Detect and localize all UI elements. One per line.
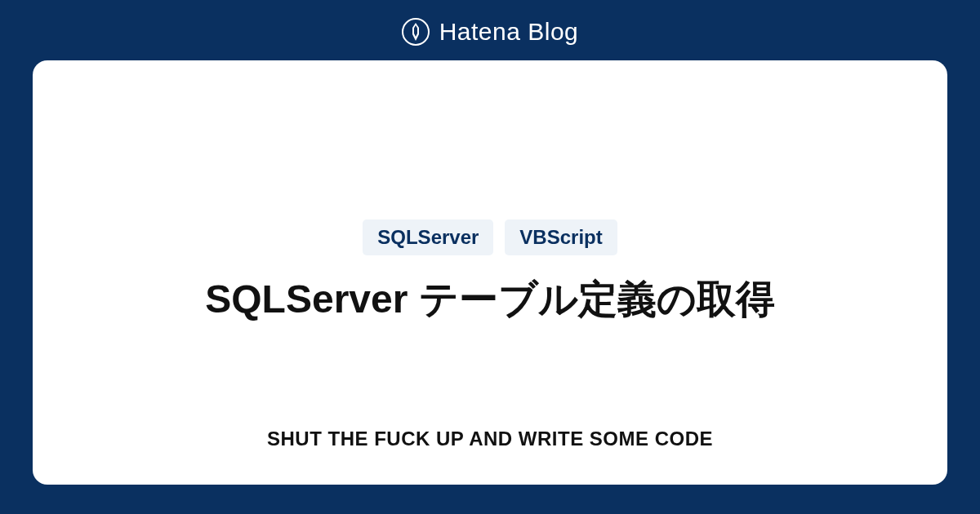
- brand-name: Hatena Blog: [439, 18, 579, 46]
- blog-title: SHUT THE FUCK UP AND WRITE SOME CODE: [267, 428, 713, 450]
- article-title: SQLServer テーブル定義の取得: [205, 273, 774, 326]
- og-card: SQLServer VBScript SQLServer テーブル定義の取得 S…: [33, 60, 947, 485]
- hatena-logo-icon: [402, 18, 430, 46]
- tag-item: VBScript: [505, 219, 617, 255]
- tag-list: SQLServer VBScript: [363, 219, 617, 255]
- brand-header: Hatena Blog: [402, 0, 579, 60]
- card-content: SQLServer VBScript SQLServer テーブル定義の取得: [205, 93, 774, 452]
- tag-item: SQLServer: [363, 219, 493, 255]
